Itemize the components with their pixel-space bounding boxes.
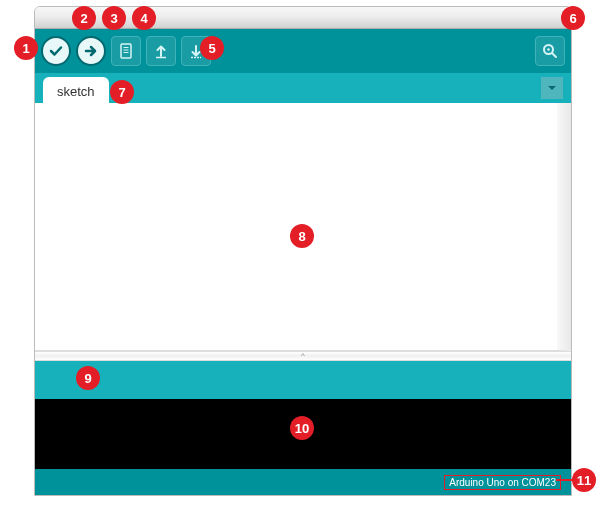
sketch-tab[interactable]: sketch — [43, 77, 109, 103]
code-editor[interactable] — [35, 103, 571, 351]
chevron-down-icon — [546, 82, 558, 94]
file-icon — [118, 42, 134, 60]
arrow-down-icon — [188, 42, 204, 60]
svg-point-8 — [547, 48, 550, 51]
board-port-label: Arduino Uno on COM23 — [444, 475, 561, 490]
tabbar: sketch — [35, 73, 571, 103]
svg-rect-0 — [121, 44, 131, 58]
open-button[interactable] — [146, 36, 176, 66]
serial-monitor-button[interactable] — [535, 36, 565, 66]
magnifier-icon — [541, 42, 559, 60]
status-bar — [35, 361, 571, 399]
window-titlebar[interactable] — [35, 7, 571, 29]
verify-button[interactable] — [41, 36, 71, 66]
ide-window: sketch ^ Arduino Uno on COM23 — [34, 6, 572, 496]
console-panel[interactable] — [35, 399, 571, 469]
save-button[interactable] — [181, 36, 211, 66]
arrow-right-icon — [83, 43, 99, 59]
svg-line-7 — [552, 53, 556, 57]
upload-button[interactable] — [76, 36, 106, 66]
vertical-scrollbar[interactable] — [557, 103, 571, 350]
tab-label: sketch — [57, 84, 95, 99]
arrow-up-icon — [153, 42, 169, 60]
annotation-11: 11 — [572, 468, 596, 492]
new-button[interactable] — [111, 36, 141, 66]
footer-bar: Arduino Uno on COM23 — [35, 469, 571, 495]
toolbar — [35, 29, 571, 73]
tab-menu-button[interactable] — [541, 77, 563, 99]
split-handle[interactable]: ^ — [35, 351, 571, 361]
annotation-11-line — [556, 479, 574, 481]
check-icon — [48, 43, 64, 59]
